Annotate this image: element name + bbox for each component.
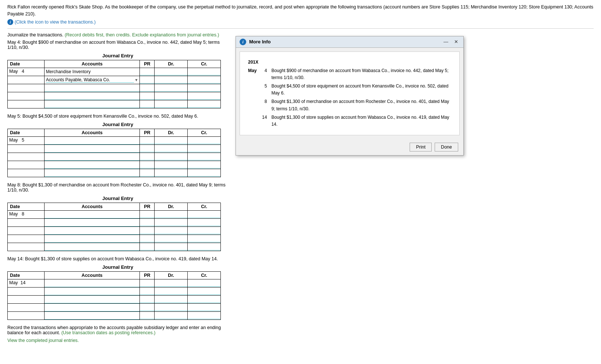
account-cell[interactable]: [44, 153, 139, 161]
cr-cell[interactable]: [188, 161, 221, 169]
pr-input[interactable]: [140, 100, 154, 108]
account-cell[interactable]: [44, 287, 139, 295]
dr-input[interactable]: [155, 68, 187, 75]
account-cell[interactable]: [44, 279, 139, 287]
dr-cell[interactable]: [155, 161, 188, 169]
pr-input[interactable]: [140, 84, 154, 92]
pr-cell[interactable]: [140, 169, 155, 177]
dr-input[interactable]: [155, 296, 187, 303]
info-link[interactable]: (Click the icon to view the transactions…: [15, 19, 96, 25]
close-button[interactable]: ✕: [453, 39, 460, 44]
cr-input[interactable]: [188, 161, 220, 168]
dr-cell[interactable]: [155, 92, 188, 100]
dr-input[interactable]: [155, 92, 187, 100]
account-input[interactable]: [45, 92, 140, 100]
cr-cell[interactable]: [188, 92, 221, 100]
account-cell[interactable]: [44, 169, 139, 177]
pr-input[interactable]: [140, 304, 154, 311]
cr-input[interactable]: [188, 312, 220, 319]
account-input[interactable]: [45, 219, 139, 226]
account-input[interactable]: [46, 77, 134, 83]
dr-input[interactable]: [155, 169, 187, 176]
cr-cell[interactable]: [188, 169, 221, 177]
cr-cell[interactable]: [188, 100, 221, 108]
dr-input[interactable]: [155, 211, 187, 218]
account-input[interactable]: [45, 227, 139, 235]
account-cell[interactable]: [44, 100, 140, 108]
cr-cell[interactable]: [188, 287, 221, 295]
done-button[interactable]: Done: [435, 143, 458, 151]
pr-input[interactable]: [140, 145, 154, 152]
dr-input[interactable]: [155, 235, 187, 242]
account-input[interactable]: [45, 304, 139, 311]
pr-input[interactable]: [140, 211, 154, 218]
cr-cell[interactable]: [188, 136, 221, 144]
pr-cell[interactable]: [140, 100, 155, 108]
account-input[interactable]: [45, 145, 139, 153]
account-input[interactable]: [45, 84, 140, 92]
minimize-button[interactable]: —: [442, 39, 450, 44]
cr-input[interactable]: [188, 304, 220, 311]
dr-cell[interactable]: [155, 100, 188, 108]
pr-input[interactable]: [140, 68, 154, 75]
cr-cell[interactable]: [188, 218, 221, 226]
dr-cell[interactable]: [155, 235, 188, 243]
cr-cell[interactable]: [188, 153, 221, 161]
dr-cell[interactable]: [155, 153, 188, 161]
cr-cell[interactable]: [188, 243, 221, 251]
view-journal-link[interactable]: View the completed journal entries.: [7, 338, 79, 343]
pr-cell[interactable]: [140, 279, 155, 287]
dr-cell[interactable]: [155, 218, 188, 226]
dr-input[interactable]: [155, 304, 187, 311]
pr-cell[interactable]: [140, 144, 155, 153]
cr-input[interactable]: [188, 279, 220, 287]
cr-input[interactable]: [188, 100, 220, 108]
account-cell[interactable]: [44, 161, 139, 169]
pr-input[interactable]: [140, 137, 154, 144]
dr-cell[interactable]: [155, 287, 188, 295]
account-input[interactable]: [45, 169, 139, 177]
dr-input[interactable]: [155, 312, 187, 319]
pr-input[interactable]: [140, 243, 154, 250]
cr-cell[interactable]: [188, 76, 221, 84]
dr-cell[interactable]: [155, 226, 188, 235]
account-cell[interactable]: [44, 84, 140, 92]
pr-input[interactable]: [140, 219, 154, 226]
cr-input[interactable]: [188, 219, 220, 226]
cr-cell[interactable]: [188, 68, 221, 76]
pr-input[interactable]: [140, 76, 154, 83]
dr-input[interactable]: [155, 161, 187, 168]
pr-input[interactable]: [140, 296, 154, 303]
cr-cell[interactable]: [188, 210, 221, 218]
account-cell[interactable]: [44, 144, 139, 153]
pr-cell[interactable]: [140, 243, 155, 251]
pr-cell[interactable]: [140, 226, 155, 235]
account-cell[interactable]: [44, 136, 139, 144]
account-input[interactable]: [45, 161, 139, 169]
pr-cell[interactable]: [140, 210, 155, 218]
pr-input[interactable]: [140, 227, 154, 234]
dr-input[interactable]: [155, 227, 187, 234]
cr-input[interactable]: [188, 227, 220, 234]
cr-input[interactable]: [188, 137, 220, 144]
account-cell[interactable]: [44, 235, 139, 243]
pr-input[interactable]: [140, 161, 154, 168]
account-cell[interactable]: [44, 210, 139, 218]
account-input[interactable]: [45, 296, 139, 303]
dr-cell[interactable]: [155, 68, 188, 76]
account-input[interactable]: [45, 100, 140, 108]
dr-cell[interactable]: [155, 303, 188, 311]
pr-cell[interactable]: [140, 235, 155, 243]
pr-input[interactable]: [140, 169, 154, 176]
dr-cell[interactable]: [155, 295, 188, 303]
pr-cell[interactable]: [140, 76, 155, 84]
pr-input[interactable]: [140, 153, 154, 160]
cr-cell[interactable]: [188, 235, 221, 243]
account-cell[interactable]: [44, 311, 139, 320]
dr-cell[interactable]: [155, 311, 188, 320]
cr-input[interactable]: [188, 243, 220, 250]
pr-cell[interactable]: [140, 92, 155, 100]
dr-input[interactable]: [155, 100, 187, 108]
dr-input[interactable]: [155, 76, 187, 83]
dr-input[interactable]: [155, 279, 187, 287]
